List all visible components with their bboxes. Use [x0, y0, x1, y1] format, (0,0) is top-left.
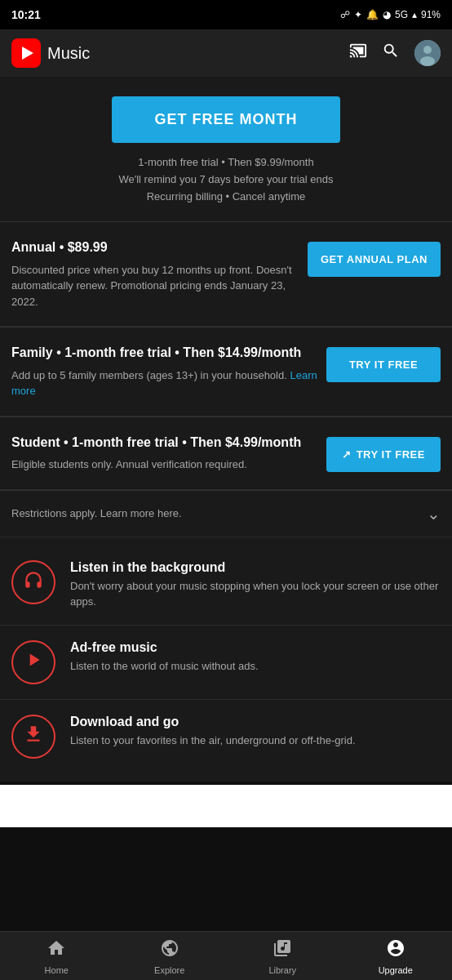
feature-background-item: Listen in the background Don't worry abo…	[0, 546, 452, 626]
battery-label: 91%	[421, 9, 441, 20]
nav-upgrade-label: Upgrade	[379, 965, 413, 975]
status-time: 10:21	[11, 8, 41, 21]
student-plan-info: Student • 1-month free trial • Then $4.9…	[11, 434, 318, 473]
download-icon	[23, 724, 44, 750]
free-month-section: GET FREE MONTH 1-month free trial • Then…	[0, 77, 452, 221]
svg-point-1	[423, 46, 432, 54]
feature-download-item: Download and go Listen to your favorites…	[0, 700, 452, 773]
restrictions-text: Restrictions apply. Learn more here.	[11, 507, 182, 519]
status-bar: 10:21 ☍ ✦ 🔔 ◕ 5G ▴ 91%	[0, 0, 452, 29]
download-feature-title: Download and go	[70, 715, 441, 729]
background-feature-text: Listen in the background Don't worry abo…	[70, 560, 441, 610]
student-plan-title: Student • 1-month free trial • Then $4.9…	[11, 434, 318, 452]
adfree-icon-circle	[11, 640, 55, 684]
bottom-navigation: Home Explore Library Upgrade	[0, 931, 452, 980]
nav-library-label: Library	[268, 965, 296, 975]
nav-library[interactable]: Library	[258, 938, 307, 975]
youtube-logo	[11, 38, 41, 68]
free-month-subtext: 1-month free trial • Then $9.99/month We…	[118, 154, 333, 205]
nav-upgrade[interactable]: Upgrade	[371, 938, 420, 975]
subtext-line2: We'll remind you 7 days before your tria…	[118, 173, 333, 185]
search-icon[interactable]	[382, 42, 400, 65]
annual-plan-info: Annual • $89.99 Discounted price when yo…	[11, 238, 299, 310]
wifi-icon: ◕	[383, 9, 391, 20]
restrictions-row[interactable]: Restrictions apply. Learn more here. ⌄	[0, 491, 452, 537]
adfree-feature-desc: Listen to the world of music without ads…	[70, 658, 441, 675]
background-feature-title: Listen in the background	[70, 560, 441, 575]
network-label: 5G	[395, 9, 408, 20]
explore-icon	[160, 938, 179, 963]
student-plan-desc: Eligible students only. Annual verificat…	[11, 457, 318, 473]
download-feature-text: Download and go Listen to your favorites…	[70, 715, 441, 749]
subtext-line1: 1-month free trial • Then $9.99/month	[138, 156, 313, 168]
background-icon-circle	[11, 560, 55, 604]
svg-point-2	[420, 56, 435, 66]
student-try-free-button[interactable]: ↗ TRY IT FREE	[326, 437, 441, 472]
download-feature-desc: Listen to your favorites in the air, und…	[70, 733, 441, 749]
annual-plan-title: Annual • $89.99	[11, 238, 299, 256]
play-circle-icon	[23, 649, 44, 675]
nav-spacer	[0, 827, 452, 884]
adfree-feature-title: Ad-free music	[70, 640, 441, 655]
family-plan-info: Family • 1-month free trial • Then $14.9…	[11, 344, 318, 399]
family-learn-more-link[interactable]: Learn more	[11, 369, 317, 398]
student-plan-section: Student • 1-month free trial • Then $4.9…	[0, 417, 452, 490]
nav-explore[interactable]: Explore	[145, 938, 194, 975]
annual-plan-desc: Discounted price when you buy 12 months …	[11, 262, 299, 310]
background-feature-desc: Don't worry about your music stopping wh…	[70, 578, 441, 610]
annual-plan-section: Annual • $89.99 Discounted price when yo…	[0, 222, 452, 327]
cast-icon[interactable]	[349, 42, 367, 65]
signal-icon: ☍	[340, 9, 350, 20]
play-icon	[22, 47, 33, 60]
bluetooth-icon: ✦	[354, 9, 362, 20]
main-content: GET FREE MONTH 1-month free trial • Then…	[0, 77, 452, 884]
status-icons: ☍ ✦ 🔔 ◕ 5G ▴ 91%	[340, 9, 441, 20]
nav-explore-label: Explore	[154, 965, 184, 975]
nav-home[interactable]: Home	[32, 938, 81, 975]
signal-bars-icon: ▴	[412, 9, 417, 20]
features-section: Listen in the background Don't worry abo…	[0, 537, 452, 782]
home-icon	[47, 938, 66, 963]
app-header: Music	[0, 29, 452, 77]
user-avatar[interactable]	[414, 40, 441, 66]
get-annual-plan-button[interactable]: GET ANNUAL PLAN	[308, 242, 441, 277]
download-icon-circle	[11, 715, 55, 759]
get-free-month-button[interactable]: GET FREE MONTH	[112, 96, 340, 143]
white-strip	[0, 785, 452, 827]
headphones-icon	[23, 569, 44, 595]
chevron-down-icon[interactable]: ⌄	[427, 504, 441, 523]
family-plan-section: Family • 1-month free trial • Then $14.9…	[0, 327, 452, 416]
mute-icon: 🔔	[366, 9, 379, 20]
family-plan-desc: Add up to 5 family members (ages 13+) in…	[11, 368, 318, 399]
upgrade-icon	[386, 938, 405, 963]
header-left: Music	[11, 38, 90, 68]
header-right	[349, 40, 441, 66]
external-link-icon: ↗	[342, 448, 352, 461]
subtext-line3: Recurring billing • Cancel anytime	[147, 190, 306, 203]
family-try-free-button[interactable]: TRY IT FREE	[326, 347, 441, 382]
family-plan-title: Family • 1-month free trial • Then $14.9…	[11, 344, 318, 362]
nav-home-label: Home	[45, 965, 69, 975]
app-title: Music	[47, 44, 90, 63]
feature-adfree-item: Ad-free music Listen to the world of mus…	[0, 626, 452, 700]
adfree-feature-text: Ad-free music Listen to the world of mus…	[70, 640, 441, 675]
library-icon	[273, 938, 292, 963]
